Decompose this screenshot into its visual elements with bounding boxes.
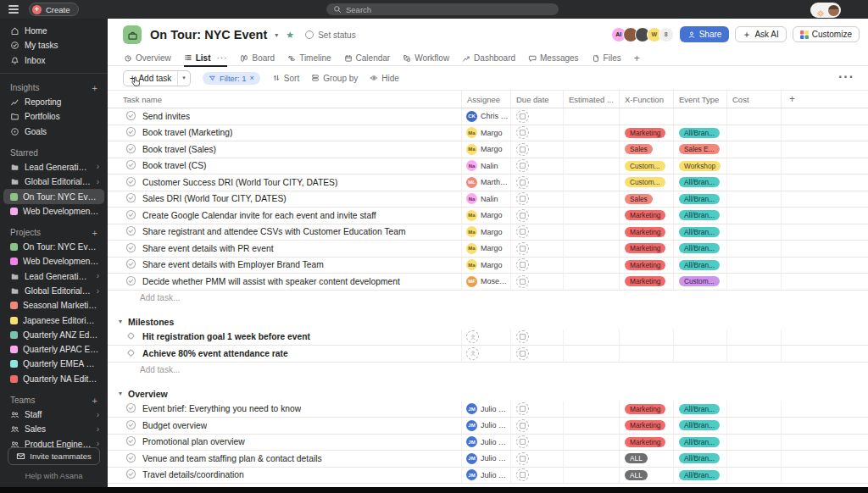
tag-pill[interactable]: Marketing bbox=[625, 227, 665, 237]
check-circle-icon[interactable] bbox=[125, 402, 136, 415]
x-function-cell[interactable]: Marketing bbox=[620, 208, 674, 224]
task-name-cell[interactable]: Send invites bbox=[108, 108, 462, 125]
add-icon[interactable]: + bbox=[92, 396, 97, 406]
cost-cell[interactable] bbox=[727, 451, 782, 468]
task-row[interactable]: Venue and team staffing plan & contact d… bbox=[108, 451, 868, 468]
sidebar-section-insights[interactable]: Insights+ bbox=[0, 81, 108, 95]
check-circle-icon[interactable] bbox=[125, 176, 136, 189]
estimated-cell[interactable] bbox=[564, 418, 620, 435]
member-count-badge[interactable]: 8 bbox=[659, 27, 674, 42]
assignee-cell[interactable]: CKChris Krutz... bbox=[462, 108, 511, 125]
column-header-due-date[interactable]: Due date bbox=[511, 91, 564, 108]
menu-icon[interactable] bbox=[8, 3, 19, 15]
tag-pill[interactable]: Marketing bbox=[625, 404, 665, 414]
tag-pill[interactable]: Marketing bbox=[625, 420, 665, 430]
tag-pill[interactable]: All/Bran... bbox=[679, 470, 720, 480]
estimated-cell[interactable] bbox=[564, 330, 620, 346]
event-type-cell[interactable] bbox=[674, 108, 727, 125]
x-function-cell[interactable] bbox=[620, 330, 674, 346]
tag-pill[interactable]: Sales E... bbox=[679, 144, 720, 154]
cost-cell[interactable] bbox=[727, 468, 782, 485]
cost-cell[interactable] bbox=[727, 141, 782, 158]
check-circle-icon[interactable] bbox=[125, 258, 136, 271]
add-tab-button[interactable]: + bbox=[634, 51, 640, 65]
estimated-cell[interactable] bbox=[564, 241, 620, 258]
sort-button[interactable]: Sort bbox=[272, 74, 299, 83]
assignee-cell[interactable]: MaMargo bbox=[462, 208, 511, 224]
event-type-cell[interactable]: All/Bran... bbox=[674, 125, 727, 142]
tag-pill[interactable]: All/Bran... bbox=[679, 177, 720, 187]
check-circle-icon[interactable] bbox=[125, 419, 136, 432]
event-type-cell[interactable]: All/Bran... bbox=[674, 208, 727, 224]
assignee-cell[interactable]: MaMargo bbox=[462, 241, 511, 258]
assignee-cell[interactable]: JMJulio Martin bbox=[462, 451, 511, 468]
task-row[interactable]: Share event details with PR eventMaMargo… bbox=[108, 241, 868, 258]
cost-cell[interactable] bbox=[727, 224, 782, 241]
due-date-cell[interactable] bbox=[511, 174, 564, 191]
set-status-button[interactable]: Set status bbox=[305, 30, 355, 40]
sidebar-item-quarterly-emea-editorial-[interactable]: Quarterly EMEA Editorial... bbox=[3, 357, 104, 371]
column-header-estimated-[interactable]: Estimated ... bbox=[564, 91, 620, 108]
tag-pill[interactable]: Marketing bbox=[625, 243, 665, 253]
assignee-cell[interactable]: JMJulio Martin bbox=[462, 468, 511, 485]
tab-timeline[interactable]: Timeline bbox=[287, 51, 331, 65]
cost-cell[interactable] bbox=[727, 191, 782, 208]
task-row[interactable]: Sales DRI (World Tour CITY, DATES)NaNali… bbox=[108, 191, 868, 208]
due-date-placeholder-icon[interactable] bbox=[516, 435, 529, 448]
task-name-cell[interactable]: Book travel (CS) bbox=[108, 158, 462, 175]
task-name-cell[interactable]: Decide whether PMM will assist with spea… bbox=[108, 274, 462, 291]
chevron-right-icon[interactable]: › bbox=[97, 425, 99, 434]
event-type-cell[interactable]: All/Bran... bbox=[674, 418, 727, 435]
task-row[interactable]: Hit registration goal 1 week before even… bbox=[108, 330, 868, 346]
task-name-cell[interactable]: Travel details/coordination bbox=[108, 468, 462, 485]
event-type-cell[interactable]: Sales E... bbox=[674, 141, 727, 158]
tab-workflow[interactable]: Workflow bbox=[403, 51, 449, 65]
user-menu[interactable] bbox=[810, 3, 841, 18]
sidebar-item-global-editorial-cale-[interactable]: Global Editorial Cale...› bbox=[3, 174, 104, 189]
assignee-cell[interactable]: JMJulio Martin bbox=[462, 435, 511, 451]
column-header-assignee[interactable]: Assignee bbox=[462, 91, 511, 108]
cost-cell[interactable] bbox=[727, 418, 782, 435]
check-circle-icon[interactable] bbox=[125, 192, 136, 205]
task-row[interactable]: Customer Success DRI (World Tour CITY, D… bbox=[108, 174, 868, 191]
add-task-button[interactable]: +Add task ▾ bbox=[123, 70, 191, 86]
task-row[interactable]: Promotional plan overviewJMJulio MartinM… bbox=[108, 435, 868, 451]
tag-pill[interactable]: Custom... bbox=[625, 177, 665, 187]
member-avatars[interactable]: AIW8 bbox=[611, 27, 674, 42]
check-circle-icon[interactable] bbox=[125, 275, 136, 288]
task-name-cell[interactable]: Book travel (Marketing) bbox=[108, 125, 462, 142]
star-icon[interactable]: ★ bbox=[286, 30, 294, 40]
task-row[interactable]: Share registrant and attendee CSVs with … bbox=[108, 224, 868, 241]
tag-pill[interactable]: All/Bran... bbox=[679, 243, 720, 253]
due-date-cell[interactable] bbox=[511, 141, 564, 158]
event-type-cell[interactable]: All/Bran... bbox=[674, 468, 727, 485]
task-row[interactable]: Travel details/coordinationJMJulio Marti… bbox=[108, 468, 868, 485]
sidebar-section-starred[interactable]: Starred bbox=[0, 147, 108, 160]
estimated-cell[interactable] bbox=[564, 158, 620, 175]
tab-dashboard[interactable]: Dashboard bbox=[462, 51, 515, 65]
sidebar-item-inbox[interactable]: Inbox bbox=[3, 53, 104, 68]
assignee-cell[interactable]: MLMartha Lewis bbox=[462, 174, 511, 191]
cost-cell[interactable] bbox=[727, 241, 782, 258]
tag-pill[interactable]: All/Bran... bbox=[679, 128, 720, 138]
due-date-cell[interactable] bbox=[511, 451, 564, 468]
task-name-cell[interactable]: Share event details with PR event bbox=[108, 241, 462, 258]
cost-cell[interactable] bbox=[727, 208, 782, 224]
x-function-cell[interactable]: Marketing bbox=[620, 274, 674, 291]
due-date-cell[interactable] bbox=[511, 468, 564, 485]
tag-pill[interactable]: ALL bbox=[625, 470, 648, 480]
due-date-cell[interactable] bbox=[511, 258, 564, 274]
estimated-cell[interactable] bbox=[564, 402, 620, 418]
assignee-cell[interactable]: MaMargo bbox=[462, 258, 511, 274]
add-icon[interactable]: + bbox=[92, 83, 97, 93]
check-circle-icon[interactable] bbox=[125, 435, 136, 448]
add-column-button[interactable]: + bbox=[782, 91, 868, 108]
event-type-cell[interactable] bbox=[674, 346, 727, 363]
chevron-right-icon[interactable]: › bbox=[97, 411, 99, 419]
sidebar-item-staff[interactable]: Staff› bbox=[3, 407, 104, 422]
tag-pill[interactable]: Sales bbox=[625, 194, 653, 204]
x-function-cell[interactable]: Marketing bbox=[620, 258, 674, 274]
event-type-cell[interactable]: Workshop bbox=[674, 158, 727, 175]
tab-board[interactable]: Board bbox=[240, 51, 275, 65]
task-row[interactable]: Achieve 80% event attendance rate bbox=[108, 346, 868, 363]
